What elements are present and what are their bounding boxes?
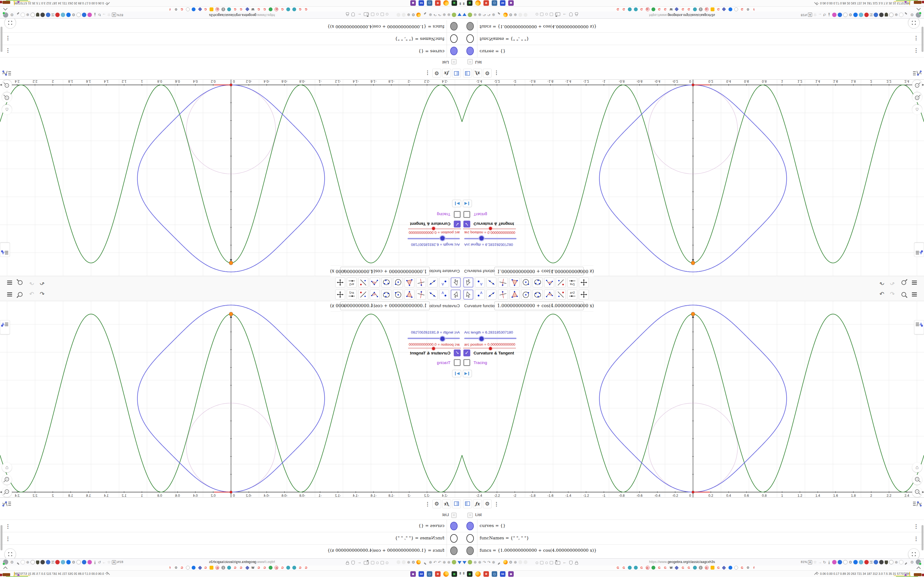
glyph-browser-icon[interactable]: ⚿ (870, 12, 873, 17)
glyph-browser-icon[interactable]: ⚿ (52, 560, 55, 565)
bookmark-icon[interactable]: G (180, 566, 184, 570)
algebra-row-funcs[interactable]: funcs = {1.000000000000 + cos(4.00000000… (462, 20, 924, 33)
disc-browser-icon[interactable] (82, 13, 86, 17)
graph-canvas[interactable]: -2.4-2.2-2-1.8-1.6-1.4-1.2-1-0.8-0.6-0.4… (0, 301, 462, 497)
globe-extension-icon[interactable]: ⊕ (429, 560, 432, 565)
funnel-extension-icon[interactable] (457, 561, 462, 564)
bookmark-icon[interactable]: G (640, 7, 643, 11)
zoom-out-button[interactable]: − (2, 80, 12, 90)
chevron-down-icon[interactable]: ▼ (342, 269, 346, 273)
row-menu-icon[interactable]: ⋮ (5, 35, 10, 42)
settings-tab[interactable]: ⚙ (435, 571, 441, 577)
point-tool-button[interactable]: A (439, 277, 449, 287)
bookmark-icon[interactable]: ⚙ (746, 566, 750, 570)
avatar[interactable] (916, 12, 921, 18)
screenshot-tool-tab[interactable]: ▣ (452, 0, 457, 6)
bookmark-icon[interactable]: i (221, 7, 225, 11)
bookmark-icon[interactable] (269, 566, 273, 570)
disc-browser-icon[interactable] (874, 13, 878, 17)
bookmark-icon[interactable]: i (221, 566, 225, 570)
wrench-extension-icon[interactable] (423, 12, 426, 15)
bookmark-icon[interactable]: G (740, 566, 744, 570)
pause-icon[interactable]: ‖ (459, 571, 461, 575)
bookmark-icon[interactable]: G (616, 566, 620, 570)
line-point-tool-button[interactable] (358, 277, 368, 287)
chevron-up-icon[interactable] (917, 567, 921, 571)
wrench-browser-icon[interactable] (16, 562, 19, 565)
list-header-row[interactable]: − List (462, 57, 924, 66)
glyph-browser-icon[interactable]: ⚙ (10, 560, 14, 565)
disc-browser-icon[interactable] (864, 13, 869, 17)
function-inspector-button[interactable]: ƒx (473, 500, 482, 508)
perpendicular-line-tool-button[interactable] (416, 277, 426, 287)
bookmark-icon[interactable]: G (257, 566, 261, 570)
bookmark-icon[interactable]: G (657, 7, 661, 11)
bookmark-icon[interactable]: G (616, 7, 620, 11)
disc-browser-icon[interactable] (879, 13, 884, 17)
home-button[interactable]: ⌂ (912, 463, 922, 472)
glyph-browser-icon[interactable]: ⚙ (10, 12, 14, 17)
graphics-stylebar-toggle[interactable] (914, 243, 924, 257)
graphics-stylebar-toggle[interactable] (0, 243, 10, 257)
mask-tab[interactable]: ◉ (410, 571, 416, 577)
algebra-row-funcnames[interactable]: funcNames = {" ", " "} ⋮ (0, 32, 462, 45)
bookmark-icon[interactable]: G (681, 566, 685, 570)
gauge-extension-icon[interactable]: ↷ (483, 12, 486, 17)
arc-position-slider-handle[interactable] (488, 347, 493, 351)
kebab-menu-icon[interactable]: ⋮ (494, 501, 499, 507)
bookmark-icon[interactable] (186, 566, 190, 570)
kebab-menu-icon[interactable]: ⋮ (494, 70, 499, 76)
undo-icon[interactable]: ↶ (879, 291, 884, 297)
settings-button[interactable]: ⚙ (432, 500, 441, 508)
list-header-row[interactable]: − List (462, 511, 924, 520)
circle-tool-button[interactable] (393, 277, 403, 287)
permission-box-icon[interactable] (371, 561, 374, 564)
extension-icons-cluster[interactable]: ⊕⊕↷↷⊕⚙⊕ (395, 559, 462, 565)
glyph-browser-icon[interactable]: ⭳ (93, 12, 97, 17)
bookmark-icon[interactable]: f (752, 566, 756, 570)
glyph-browser-icon[interactable]: ⊕ (26, 12, 29, 17)
bookmark-icon[interactable]: G (687, 7, 691, 11)
line-tool-button[interactable] (428, 277, 438, 287)
firefox-tab[interactable] (443, 0, 449, 6)
bookmark-icon[interactable]: G (281, 566, 284, 570)
disc-browser-icon[interactable] (879, 560, 884, 564)
line-point-tool-button[interactable] (556, 277, 566, 287)
function-inspector-button[interactable]: ƒx (473, 69, 482, 77)
ghost-extension-icon[interactable] (402, 13, 405, 17)
perpendicular-line-tool-button[interactable] (498, 290, 508, 300)
star-browser-icon[interactable]: ☆ (813, 560, 817, 565)
globe-extension-icon[interactable]: ⊕ (407, 560, 410, 565)
wrench-browser-icon[interactable] (905, 562, 908, 565)
object-visibility-toggle[interactable] (467, 522, 474, 530)
extension-icons-cluster[interactable]: ⊕⊕↷↷⊕⚙⊕ (462, 12, 529, 18)
bookmark-icon[interactable] (192, 7, 196, 11)
disc-browser-icon[interactable] (853, 560, 858, 564)
bookmark-icon[interactable] (651, 7, 655, 11)
monitor-tab[interactable]: ▢ (492, 571, 497, 577)
green-disc-extension-icon[interactable] (468, 560, 472, 564)
floppy-64-tab[interactable]: 64 (418, 0, 424, 6)
bookmark-icon[interactable]: G (298, 566, 302, 570)
bookmark-icon[interactable] (722, 566, 726, 570)
disc-browser-icon[interactable] (82, 560, 86, 564)
object-visibility-toggle[interactable] (467, 34, 474, 43)
permission-dot-icon[interactable] (376, 13, 379, 15)
glyph-browser-icon[interactable]: ↻ (823, 12, 826, 17)
bookmark-icon[interactable]: G (663, 566, 667, 570)
function-dropdown[interactable]: 1.000000000000 + cos(4.000000000000 x) ▼ (341, 301, 430, 310)
tracing-checkbox[interactable] (464, 211, 470, 218)
screenshot-tool-tab[interactable]: ▣ (467, 571, 472, 577)
disc-browser-icon[interactable] (46, 13, 50, 17)
collapse-button[interactable]: − (451, 513, 457, 518)
glyph-browser-icon[interactable]: → (102, 560, 106, 565)
zoom-in-button[interactable]: + (912, 475, 922, 485)
object-visibility-toggle[interactable] (467, 22, 474, 31)
monitor-tab[interactable]: ▢ (492, 0, 497, 6)
bookmark-icon[interactable]: G (681, 7, 685, 11)
gear-extension-icon[interactable]: ⚙ (509, 12, 513, 17)
layout-button[interactable] (463, 69, 472, 77)
bookmark-icon[interactable]: R (216, 566, 220, 570)
globe-extension-icon[interactable]: ⊕ (473, 560, 477, 565)
shield-dark-browser-icon[interactable] (885, 13, 888, 16)
